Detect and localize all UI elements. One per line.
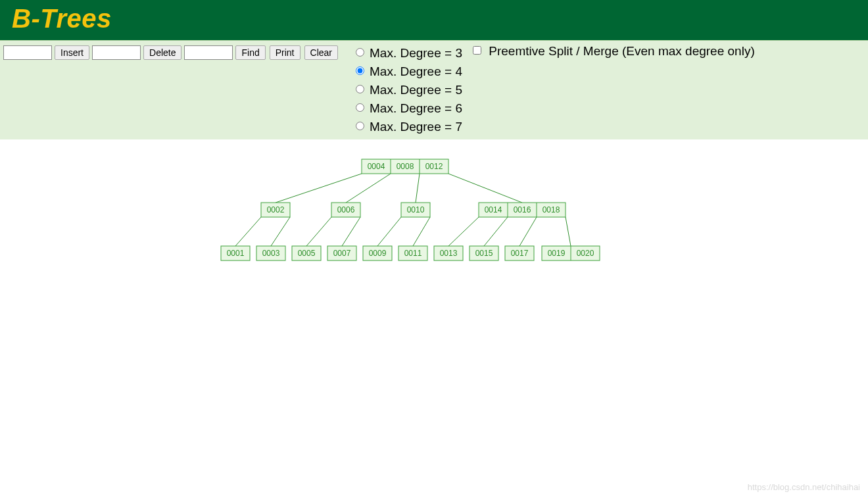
clear-button[interactable]: Clear — [304, 45, 338, 60]
degree-option-label: Max. Degree = 7 — [370, 120, 462, 134]
degree-option-3[interactable]: Max. Degree = 3 — [352, 44, 462, 62]
tree-node: 0002 — [261, 203, 290, 217]
tree-svg: 0004000800120002000600100014001600180001… — [0, 139, 868, 422]
tree-edge — [342, 217, 360, 246]
node-key: 0008 — [397, 162, 414, 171]
degree-option-label: Max. Degree = 5 — [370, 83, 462, 97]
preemptive-option: Preemtive Split / Merge (Even max degree… — [470, 44, 755, 59]
tree-edge — [346, 174, 391, 203]
degree-option-7[interactable]: Max. Degree = 7 — [352, 118, 462, 136]
insert-button[interactable]: Insert — [55, 45, 89, 60]
tree-edge — [377, 217, 401, 246]
node-key: 0010 — [407, 205, 425, 214]
node-key: 0015 — [475, 249, 493, 258]
tree-node: 0001 — [221, 246, 250, 260]
tree-node: 0005 — [292, 246, 321, 260]
degree-option-6[interactable]: Max. Degree = 6 — [352, 99, 462, 118]
tree-node: 0013 — [434, 246, 463, 260]
node-key: 0016 — [514, 205, 531, 214]
tree-edge — [306, 217, 331, 246]
node-key: 0011 — [404, 249, 422, 258]
degree-radio-7[interactable] — [356, 122, 364, 130]
watermark-text: https://blog.csdn.net/chihaihai — [748, 482, 860, 492]
tree-node: 0017 — [505, 246, 534, 260]
node-key: 0020 — [577, 249, 594, 258]
tree-edge — [484, 217, 508, 246]
node-key: 0003 — [262, 249, 280, 258]
header: B-Trees — [0, 0, 868, 40]
tree-edge — [416, 174, 420, 203]
degree-option-label: Max. Degree = 6 — [370, 101, 462, 115]
tree-node: 0007 — [327, 246, 356, 260]
find-button[interactable]: Find — [235, 45, 265, 60]
tree-node: 000400080012 — [362, 159, 448, 174]
degree-radio-4[interactable] — [356, 66, 364, 75]
degree-radio-3[interactable] — [356, 48, 364, 57]
node-key: 0007 — [333, 249, 351, 258]
tree-edge — [413, 217, 430, 246]
tree-node: 0009 — [363, 246, 392, 260]
print-button[interactable]: Print — [270, 45, 301, 60]
tree-edge — [566, 217, 571, 246]
tree-node: 001400160018 — [479, 203, 566, 217]
tree-edge — [271, 217, 290, 246]
delete-button[interactable]: Delete — [143, 45, 181, 60]
node-key: 0004 — [368, 162, 385, 171]
degree-option-4[interactable]: Max. Degree = 4 — [352, 62, 462, 81]
tree-edge — [448, 174, 522, 203]
degree-radio-5[interactable] — [356, 85, 364, 93]
tree-node: 0006 — [331, 203, 360, 217]
tree-node: 0010 — [401, 203, 430, 217]
preemptive-checkbox[interactable] — [473, 46, 481, 55]
tree-node: 0015 — [470, 246, 498, 260]
tree-edge — [235, 217, 261, 246]
controls-bar: Insert Delete Find Print Clear Max. Degr… — [0, 40, 868, 139]
node-key: 0017 — [511, 249, 529, 258]
tree-edge — [519, 217, 537, 246]
node-key: 0018 — [542, 205, 560, 214]
preemptive-label[interactable]: Preemtive Split / Merge (Even max degree… — [470, 44, 755, 58]
insert-input[interactable] — [3, 45, 52, 60]
tree-node: 0011 — [398, 246, 427, 260]
tree-edge — [276, 174, 362, 203]
node-key: 0005 — [298, 249, 316, 258]
node-key: 0014 — [485, 205, 502, 214]
tree-edge — [448, 217, 479, 246]
node-key: 0013 — [440, 249, 458, 258]
degree-option-label: Max. Degree = 4 — [370, 64, 462, 78]
tree-canvas: 0004000800120002000600100014001600180001… — [0, 139, 868, 422]
tree-node: 0003 — [256, 246, 285, 260]
tree-node: 00190020 — [542, 246, 600, 260]
degree-option-label: Max. Degree = 3 — [370, 46, 462, 60]
degree-option-5[interactable]: Max. Degree = 5 — [352, 81, 462, 99]
delete-input[interactable] — [92, 45, 141, 60]
node-key: 0012 — [425, 162, 443, 171]
controls-left: Insert Delete Find Print Clear — [3, 44, 341, 60]
page-title: B-Trees — [12, 4, 856, 34]
node-key: 0001 — [227, 249, 245, 258]
degree-options: Max. Degree = 3Max. Degree = 4Max. Degre… — [352, 44, 462, 136]
node-key: 0006 — [337, 205, 355, 214]
find-input[interactable] — [184, 45, 233, 60]
preemptive-label-text: Preemtive Split / Merge (Even max degree… — [489, 44, 754, 58]
node-key: 0019 — [548, 249, 566, 258]
node-key: 0002 — [267, 205, 285, 214]
degree-radio-6[interactable] — [356, 103, 364, 112]
node-key: 0009 — [369, 249, 387, 258]
